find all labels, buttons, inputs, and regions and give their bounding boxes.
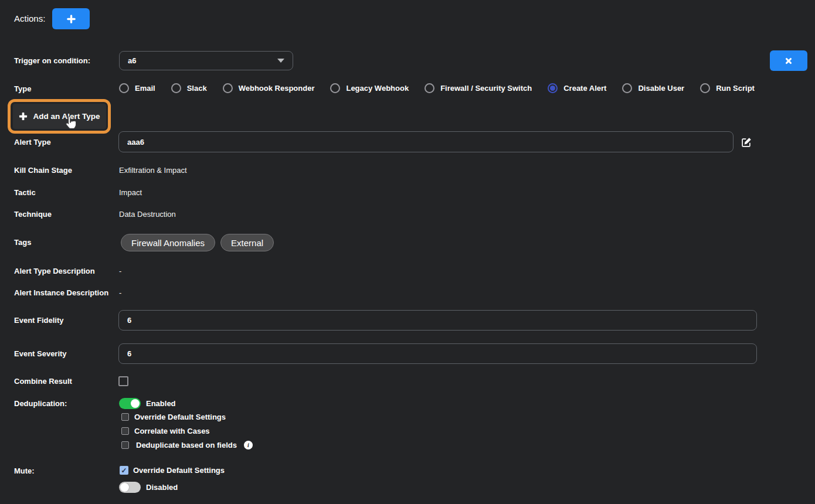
plus-icon <box>67 15 76 23</box>
technique-label: Technique <box>14 210 52 219</box>
radio-label: Disable User <box>638 84 684 93</box>
mute-override-row: ✓ Override Default Settings <box>120 466 225 475</box>
radio-legacy-webhook[interactable]: Legacy Webhook <box>330 83 409 93</box>
combine-result-checkbox[interactable] <box>118 376 128 386</box>
radio-slack[interactable]: Slack <box>171 83 207 93</box>
add-action-button[interactable] <box>52 8 90 29</box>
radio-circle-icon[interactable] <box>425 83 434 93</box>
add-alert-type-button[interactable]: Add an Alert Type <box>13 104 106 129</box>
radio-label: Create Alert <box>563 84 606 93</box>
tactic-label: Tactic <box>14 188 36 197</box>
info-icon[interactable]: i <box>244 441 253 449</box>
radio-circle-icon[interactable] <box>700 83 710 93</box>
event-severity-input[interactable] <box>118 343 757 364</box>
alert-instance-description-label: Alert Instance Description <box>14 288 108 298</box>
alert-type-description-value: - <box>119 267 121 276</box>
checkbox-label: Deduplicate based on fields <box>136 441 237 449</box>
type-radio-group: Email Slack Webhook Responder Legacy Web… <box>119 83 755 93</box>
radio-email[interactable]: Email <box>119 83 155 93</box>
alert-type-description-label: Alert Type Description <box>14 267 95 276</box>
radio-webhook-responder[interactable]: Webhook Responder <box>223 83 315 93</box>
radio-selected-icon[interactable] <box>548 83 558 93</box>
technique-value: Data Destruction <box>119 210 176 219</box>
mute-label: Mute: <box>14 466 35 476</box>
deduplication-label: Deduplication: <box>14 399 67 408</box>
add-alert-type-button-label: Add an Alert Type <box>33 112 100 121</box>
mute-toggle[interactable] <box>119 482 141 493</box>
plus-icon <box>19 112 28 121</box>
tags-list: Firewall Anomalies External <box>121 234 274 251</box>
trigger-condition-value: a6 <box>128 56 277 65</box>
radio-label: Run Script <box>716 84 755 93</box>
kill-chain-stage-label: Kill Chain Stage <box>14 166 72 175</box>
checkbox-label: Correlate with Cases <box>134 427 210 435</box>
event-fidelity-label: Event Fidelity <box>14 316 64 325</box>
radio-circle-icon[interactable] <box>622 83 632 93</box>
chevron-down-icon <box>277 59 284 63</box>
radio-label: Firewall / Security Switch <box>440 84 532 93</box>
correlate-with-cases-row: Correlate with Cases <box>121 427 210 435</box>
radio-circle-icon[interactable] <box>330 83 340 93</box>
tags-label: Tags <box>14 238 31 247</box>
toggle-knob <box>120 483 129 492</box>
radio-circle-icon[interactable] <box>223 83 233 93</box>
combine-result-label: Combine Result <box>14 377 72 386</box>
actions-label: Actions: <box>14 14 45 23</box>
tag-pill: External <box>220 234 274 251</box>
dedup-override-row: Override Default Settings <box>121 413 226 421</box>
trigger-condition-select[interactable]: a6 <box>119 51 293 70</box>
deduplicate-based-on-fields-row: Deduplicate based on fields i <box>121 441 253 449</box>
radio-label: Legacy Webhook <box>346 84 409 93</box>
alert-type-label: Alert Type <box>14 138 51 147</box>
alert-action-form: Actions: Trigger on condition: a6 Type E… <box>0 0 815 504</box>
radio-label: Email <box>135 84 155 93</box>
alert-type-input[interactable] <box>118 131 734 152</box>
radio-circle-icon[interactable] <box>171 83 181 93</box>
tag-pill: Firewall Anomalies <box>121 234 215 251</box>
alert-instance-description-value: - <box>119 288 121 298</box>
radio-label: Webhook Responder <box>239 84 315 93</box>
type-label: Type <box>14 84 31 94</box>
radio-disable-user[interactable]: Disable User <box>622 83 684 93</box>
event-severity-label: Event Severity <box>14 349 67 359</box>
radio-firewall-security-switch[interactable]: Firewall / Security Switch <box>425 83 532 93</box>
kill-chain-stage-value: Exfiltration & Impact <box>119 166 187 175</box>
deduplicate-based-on-fields-checkbox[interactable] <box>121 441 129 449</box>
toggle-knob <box>131 399 140 408</box>
edit-icon[interactable] <box>741 137 752 150</box>
close-icon <box>785 57 793 65</box>
correlate-with-cases-checkbox[interactable] <box>121 427 129 435</box>
event-fidelity-input[interactable] <box>118 310 757 331</box>
deduplication-toggle-state: Enabled <box>146 399 176 408</box>
radio-label: Slack <box>187 84 207 93</box>
trigger-condition-label: Trigger on condition: <box>14 56 90 66</box>
mute-override-checkbox[interactable]: ✓ <box>120 466 128 475</box>
tactic-value: Impact <box>119 188 142 197</box>
override-default-settings-checkbox[interactable] <box>121 413 129 421</box>
radio-circle-icon[interactable] <box>119 83 129 93</box>
checkbox-label: Override Default Settings <box>133 466 225 475</box>
radio-create-alert[interactable]: Create Alert <box>548 83 606 93</box>
remove-action-button[interactable] <box>770 50 807 71</box>
deduplication-toggle[interactable] <box>119 398 141 409</box>
mute-toggle-state: Disabled <box>146 483 178 492</box>
radio-run-script[interactable]: Run Script <box>700 83 755 93</box>
checkbox-label: Override Default Settings <box>134 413 226 421</box>
